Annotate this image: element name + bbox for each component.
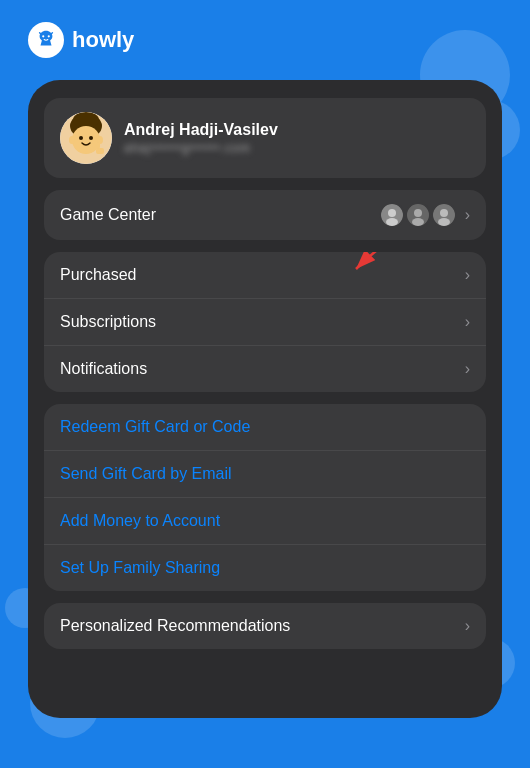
personalized-recommendations-item[interactable]: Personalized Recommendations › xyxy=(44,603,486,649)
send-gift-card-label: Send Gift Card by Email xyxy=(60,465,232,483)
subscriptions-item[interactable]: Subscriptions › xyxy=(44,299,486,346)
svg-point-4 xyxy=(73,112,99,128)
add-money-item[interactable]: Add Money to Account xyxy=(44,498,486,545)
svg-point-16 xyxy=(414,209,422,217)
svg-point-17 xyxy=(412,218,424,226)
svg-point-19 xyxy=(440,209,448,217)
notifications-label: Notifications xyxy=(60,360,147,378)
redeem-gift-card-label: Redeem Gift Card or Code xyxy=(60,418,250,436)
svg-rect-11 xyxy=(96,142,100,149)
svg-point-6 xyxy=(79,136,83,140)
app-name: howly xyxy=(72,27,134,53)
svg-point-7 xyxy=(89,136,93,140)
svg-point-14 xyxy=(386,218,398,226)
svg-point-0 xyxy=(42,35,44,37)
purchased-item[interactable]: Purchased › xyxy=(44,252,486,299)
section-gift-money: Redeem Gift Card or Code Send Gift Card … xyxy=(44,404,486,591)
profile-section[interactable]: Andrej Hadji-Vasilev ahaj••••••g••••••.c… xyxy=(44,98,486,178)
logo-icon xyxy=(28,22,64,58)
game-center-row[interactable]: Game Center › xyxy=(44,190,486,240)
purchased-chevron: › xyxy=(465,266,470,284)
profile-name: Andrej Hadji-Vasilev xyxy=(124,121,470,139)
svg-point-8 xyxy=(69,136,75,144)
redeem-gift-card-item[interactable]: Redeem Gift Card or Code xyxy=(44,404,486,451)
personalized-recommendations-label: Personalized Recommendations xyxy=(60,617,290,635)
avatar xyxy=(60,112,112,164)
gc-avatar-1 xyxy=(379,202,405,228)
notifications-item[interactable]: Notifications › xyxy=(44,346,486,392)
phone-frame: Andrej Hadji-Vasilev ahaj••••••g••••••.c… xyxy=(28,80,502,718)
svg-point-13 xyxy=(388,209,396,217)
game-center-chevron: › xyxy=(465,206,470,224)
svg-point-1 xyxy=(48,35,50,37)
profile-info: Andrej Hadji-Vasilev ahaj••••••g••••••.c… xyxy=(124,121,470,155)
game-center-avatars: › xyxy=(379,202,470,228)
section-recommendations: Personalized Recommendations › xyxy=(44,603,486,649)
game-center-label: Game Center xyxy=(60,206,156,224)
purchased-label: Purchased xyxy=(60,266,137,284)
gc-avatar-2 xyxy=(405,202,431,228)
personalized-recommendations-chevron: › xyxy=(465,617,470,635)
profile-email: ahaj••••••g••••••.com xyxy=(124,141,470,155)
svg-point-20 xyxy=(438,218,450,226)
subscriptions-label: Subscriptions xyxy=(60,313,156,331)
send-gift-card-item[interactable]: Send Gift Card by Email xyxy=(44,451,486,498)
add-money-label: Add Money to Account xyxy=(60,512,220,530)
family-sharing-label: Set Up Family Sharing xyxy=(60,559,220,577)
notifications-chevron: › xyxy=(465,360,470,378)
svg-rect-10 xyxy=(96,148,104,154)
family-sharing-item[interactable]: Set Up Family Sharing xyxy=(44,545,486,591)
section-account-options: Purchased › Subscriptions › Notification… xyxy=(44,252,486,392)
gc-avatar-3 xyxy=(431,202,457,228)
subscriptions-chevron: › xyxy=(465,313,470,331)
app-header: howly xyxy=(28,22,134,58)
svg-point-5 xyxy=(72,126,100,154)
